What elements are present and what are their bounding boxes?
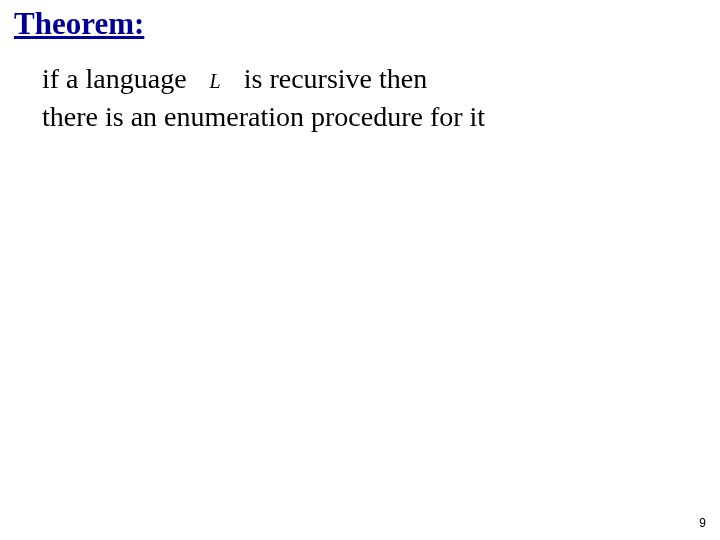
- theorem-body: if a language L is recursive then there …: [42, 60, 690, 136]
- body-line-2: there is an enumeration procedure for it: [42, 98, 690, 136]
- body-mid: is recursive then: [244, 63, 428, 94]
- slide: Theorem: if a language L is recursive th…: [0, 0, 720, 540]
- theorem-heading: Theorem:: [14, 6, 144, 42]
- page-number: 9: [699, 516, 706, 530]
- body-pre: if a language: [42, 63, 187, 94]
- body-line-1: if a language L is recursive then: [42, 60, 690, 98]
- var-l: L: [208, 68, 223, 95]
